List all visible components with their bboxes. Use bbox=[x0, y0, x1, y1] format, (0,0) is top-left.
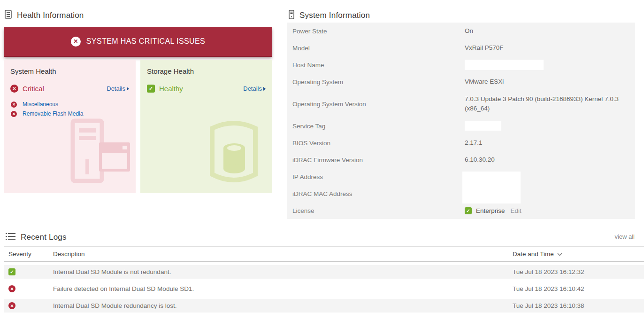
info-value: VMware ESXi bbox=[465, 77, 513, 86]
info-label: Power State bbox=[287, 28, 465, 35]
recent-logs-icon bbox=[6, 233, 15, 242]
redacted-value bbox=[465, 60, 544, 70]
log-row: ✕ Failure detected on Internal Dual SD M… bbox=[4, 282, 644, 296]
info-label: IP Address bbox=[287, 173, 465, 180]
license-check-icon: ✓ bbox=[465, 207, 472, 214]
info-label: Operating System Version bbox=[287, 101, 465, 108]
system-health-details-link[interactable]: Details bbox=[107, 85, 129, 92]
critical-status-icon: ✕ bbox=[8, 302, 15, 309]
critical-status-icon: ✕ bbox=[10, 85, 18, 93]
details-label: Details bbox=[107, 85, 125, 92]
storage-health-title: Storage Health bbox=[147, 67, 266, 75]
healthy-check-icon: ✓ bbox=[147, 85, 155, 93]
arrow-right-icon bbox=[127, 87, 129, 91]
log-description: Internal Dual SD Module is not redundant… bbox=[53, 268, 513, 275]
storage-health-status: Healthy bbox=[159, 85, 183, 93]
license-edit-link[interactable]: Edit bbox=[511, 207, 521, 214]
info-row-ip-address: IP Address bbox=[287, 168, 635, 185]
info-label: License bbox=[287, 207, 465, 214]
column-header-severity: Severity bbox=[4, 250, 53, 258]
info-value: 7.0.3 Update 3 Patch 90 (build-21686933)… bbox=[465, 94, 634, 113]
issue-link-removable-flash-media[interactable]: Removable Flash Media bbox=[23, 110, 83, 117]
info-row-service-tag: Service Tag bbox=[287, 117, 635, 134]
redacted-value bbox=[465, 121, 501, 131]
info-row-bios-version: BIOS Version 2.17.1 bbox=[287, 134, 635, 151]
issue-cross-icon: ✕ bbox=[11, 102, 17, 108]
details-label: Details bbox=[243, 85, 262, 92]
info-value: 2.17.1 bbox=[465, 138, 492, 148]
log-row: ✕ Internal Dual SD Module redundancy is … bbox=[4, 299, 644, 313]
info-label: iDRAC Firmware Version bbox=[287, 156, 465, 164]
system-information-panel: Power State On Model VxRail P570F Host N… bbox=[287, 23, 635, 219]
info-row-idrac-mac-address: iDRAC MAC Address bbox=[287, 185, 635, 202]
info-row-idrac-firmware-version: iDRAC Firmware Version 6.10.30.20 bbox=[287, 151, 635, 168]
storage-health-panel: Storage Health ✓ Healthy Details bbox=[140, 60, 272, 193]
log-description: Failure detected on Internal Dual SD Mod… bbox=[53, 285, 513, 292]
log-row: ✓ Internal Dual SD Module is not redunda… bbox=[4, 265, 644, 279]
info-row-host-name: Host Name bbox=[287, 56, 635, 73]
system-health-panel: System Health ✕ Critical Details ✕ Misce… bbox=[4, 60, 136, 193]
log-table-header: Severity Description Date and Time bbox=[4, 246, 644, 262]
info-row-os-version: Operating System Version 7.0.3 Update 3 … bbox=[287, 90, 635, 117]
log-description: Internal Dual SD Module redundancy is lo… bbox=[53, 302, 513, 309]
issue-link-miscellaneous[interactable]: Miscellaneous bbox=[23, 101, 58, 108]
storage-disk-watermark-icon bbox=[206, 119, 262, 187]
issue-row-miscellaneous: ✕ Miscellaneous bbox=[10, 101, 129, 108]
system-health-status: Critical bbox=[23, 85, 44, 93]
recent-logs-title: Recent Logs bbox=[21, 233, 67, 242]
critical-status-icon: ✕ bbox=[8, 285, 15, 292]
issue-row-removable-flash-media: ✕ Removable Flash Media bbox=[10, 110, 129, 117]
recent-logs-header: Recent Logs bbox=[6, 233, 67, 242]
health-information-title: Health Information bbox=[17, 11, 84, 20]
info-value: On bbox=[465, 26, 483, 36]
chevron-down-icon bbox=[557, 250, 562, 258]
ok-status-icon: ✓ bbox=[8, 268, 15, 275]
health-information-header: Health Information bbox=[5, 10, 84, 21]
info-label: iDRAC MAC Address bbox=[287, 190, 465, 197]
info-label: Model bbox=[287, 45, 465, 52]
view-all-link[interactable]: view all bbox=[614, 233, 635, 240]
idrac-dashboard: Health Information ✕ SYSTEM HAS CRITICAL… bbox=[0, 0, 644, 313]
system-information-title: System Information bbox=[299, 11, 370, 20]
issue-cross-icon: ✕ bbox=[11, 111, 17, 117]
info-label: Operating System bbox=[287, 78, 465, 86]
column-header-date-label: Date and Time bbox=[513, 250, 554, 258]
log-datetime: Tue Jul 18 2023 16:12:32 bbox=[513, 268, 644, 275]
info-row-power-state: Power State On bbox=[287, 23, 635, 39]
info-label: Service Tag bbox=[287, 123, 465, 130]
license-value: Enterprise bbox=[476, 207, 505, 214]
info-row-model: Model VxRail P570F bbox=[287, 39, 635, 56]
info-label: BIOS Version bbox=[287, 140, 465, 147]
health-information-icon bbox=[5, 10, 12, 21]
recent-logs-table: Severity Description Date and Time ✓ Int… bbox=[4, 246, 644, 313]
server-tower-watermark-icon bbox=[68, 118, 132, 186]
info-row-license: License ✓ Enterprise Edit bbox=[287, 202, 635, 219]
info-label: Host Name bbox=[287, 62, 465, 69]
system-information-icon bbox=[289, 10, 294, 21]
log-datetime: Tue Jul 18 2023 16:10:38 bbox=[513, 302, 644, 309]
system-information-header: System Information bbox=[289, 10, 370, 21]
critical-banner-text: SYSTEM HAS CRITICAL ISSUES bbox=[86, 37, 205, 46]
critical-issues-banner: ✕ SYSTEM HAS CRITICAL ISSUES bbox=[4, 27, 272, 57]
info-row-operating-system: Operating System VMware ESXi bbox=[287, 73, 635, 90]
critical-cross-icon: ✕ bbox=[71, 37, 81, 47]
info-value: 6.10.30.20 bbox=[465, 155, 504, 164]
log-datetime: Tue Jul 18 2023 16:10:42 bbox=[513, 285, 644, 292]
redacted-value bbox=[462, 172, 521, 203]
system-health-title: System Health bbox=[10, 67, 129, 75]
info-value: VxRail P570F bbox=[465, 43, 513, 53]
column-header-description: Description bbox=[53, 250, 513, 258]
arrow-right-icon bbox=[263, 87, 266, 91]
column-header-date-sort[interactable]: Date and Time bbox=[513, 250, 562, 258]
storage-health-details-link[interactable]: Details bbox=[243, 85, 266, 92]
